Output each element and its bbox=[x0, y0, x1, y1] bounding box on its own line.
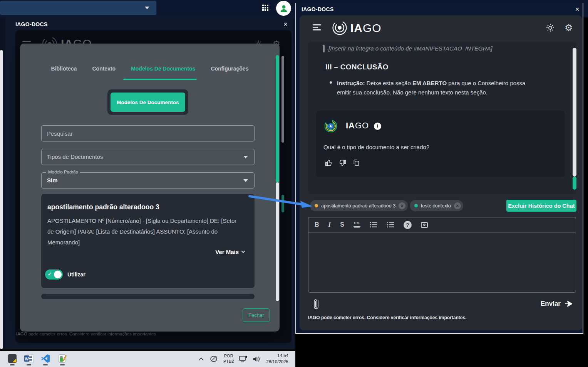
toggle-knob bbox=[54, 271, 62, 278]
documents-modal: Biblioteca Contexto Modelos De Documento… bbox=[20, 44, 280, 332]
theme-sun-icon[interactable] bbox=[546, 24, 554, 32]
attachment-paperclip-icon[interactable] bbox=[312, 298, 320, 311]
message-actions bbox=[325, 159, 360, 167]
template-card-title: apostilamento padrão alteradooo 3 bbox=[47, 203, 159, 211]
modal-scrollbar-thumb[interactable] bbox=[276, 55, 279, 182]
primary-button-frame: Modelos De Documentos bbox=[107, 89, 188, 115]
blockquote-bar bbox=[323, 45, 325, 52]
svg-text:W: W bbox=[25, 357, 29, 361]
system-tray: POR PTB2 14:54 28/10/2025 bbox=[198, 351, 295, 367]
taskbar-editor-icon[interactable] bbox=[58, 354, 67, 363]
apps-grid-icon[interactable] bbox=[262, 5, 269, 11]
tab-contexto[interactable]: Contexto bbox=[92, 66, 116, 72]
settings-gear-icon[interactable]: ⚙ bbox=[565, 23, 573, 32]
utilizar-label: Utilizar bbox=[67, 271, 85, 278]
blockquote-text: [Inserir na íntegra o conteúdo de #MANIF… bbox=[328, 45, 567, 52]
modal-tabs: Biblioteca Contexto Modelos De Documento… bbox=[20, 66, 280, 72]
message-text: Qual é o tipo de documento a ser criado? bbox=[323, 144, 429, 150]
italic-icon[interactable]: I bbox=[328, 221, 331, 229]
bullet-dot bbox=[330, 81, 332, 84]
template-card: apostilamento padrão alteradooo 3 APOSTI… bbox=[41, 194, 255, 288]
user-avatar[interactable] bbox=[276, 1, 291, 16]
modelos-de-documentos-button[interactable]: Modelos De Documentos bbox=[111, 93, 185, 112]
tray-muted-icon[interactable] bbox=[209, 355, 218, 363]
screen: IAGO-DOCS × IAGO ⚙ IAGO pode cometer err… bbox=[0, 0, 588, 367]
right-disclaimer: IAGO pode cometer erros. Considere verif… bbox=[308, 315, 466, 320]
message-sender: IAGO bbox=[346, 121, 369, 131]
chevron-down-icon bbox=[241, 249, 245, 253]
bold-icon[interactable]: B bbox=[315, 221, 319, 228]
search-input[interactable] bbox=[42, 126, 254, 141]
iago-logo-icon bbox=[331, 19, 348, 36]
tray-clock[interactable]: 14:54 28/10/2025 bbox=[266, 353, 288, 365]
left-window-title: IAGO-DOCS bbox=[15, 21, 48, 27]
page-scrollbar[interactable] bbox=[0, 50, 3, 349]
chevron-down-icon bbox=[243, 179, 248, 182]
brand-wordmark: IAGO bbox=[350, 22, 382, 35]
send-button[interactable]: Enviar bbox=[514, 300, 572, 308]
editor-toolbar: B I S TITL ? bbox=[308, 217, 576, 232]
default-model-label: Modelo Padrão bbox=[46, 170, 80, 174]
chat-scrollbar-thumb[interactable] bbox=[573, 48, 576, 177]
default-model-value: Sim bbox=[42, 173, 254, 188]
taskbar: W POR PTB2 bbox=[0, 351, 295, 367]
bullet-list-icon[interactable] bbox=[370, 222, 377, 228]
chevron-down-icon bbox=[243, 156, 248, 158]
title-format-icon[interactable]: TITL bbox=[353, 222, 360, 228]
right-window-close-icon[interactable]: × bbox=[575, 6, 580, 13]
info-icon[interactable]: i bbox=[374, 123, 381, 130]
fechar-button[interactable]: Fechar bbox=[243, 308, 270, 322]
next-card-sliver bbox=[41, 294, 255, 299]
chip-dot bbox=[414, 204, 418, 207]
tab-modelos-de-documentos[interactable]: Modelos De Documentos bbox=[131, 66, 195, 72]
dim-scrollbar-thumb[interactable] bbox=[281, 195, 284, 212]
send-arrow-icon bbox=[565, 301, 572, 307]
media-icon[interactable] bbox=[421, 222, 428, 228]
copy-icon[interactable] bbox=[352, 159, 360, 167]
modal-scrollbar-track[interactable] bbox=[276, 182, 279, 301]
chevron-down-icon bbox=[145, 7, 149, 9]
chip-template[interactable]: apostilamento padrão alteradooo 3 × bbox=[310, 200, 408, 211]
template-card-body: APOSTILAMENTO Nº [Número/ano] - [Sigla o… bbox=[47, 215, 242, 247]
person-icon bbox=[279, 4, 288, 13]
message-editor: B I S TITL ? bbox=[308, 217, 576, 293]
left-window-close-icon[interactable]: × bbox=[283, 21, 288, 28]
left-disclaimer: IAGO pode cometer erros. Considere verif… bbox=[16, 332, 286, 336]
doc-types-label: Tipos de Documentos bbox=[42, 149, 254, 165]
taskbar-vscode-icon[interactable] bbox=[41, 354, 50, 363]
tray-volume-icon[interactable] bbox=[253, 356, 261, 362]
iago-avatar bbox=[323, 119, 338, 133]
right-window-title: IAGO-DOCS bbox=[302, 6, 334, 12]
utilizar-toggle[interactable]: ✓ bbox=[45, 269, 63, 279]
dim-scrollbar[interactable] bbox=[281, 56, 284, 143]
strikethrough-icon[interactable]: S bbox=[340, 221, 344, 228]
chip-contexto[interactable]: teste contexto × bbox=[410, 200, 463, 211]
tab-biblioteca[interactable]: Biblioteca bbox=[51, 66, 77, 72]
help-icon[interactable]: ? bbox=[404, 221, 412, 229]
tray-network-icon[interactable] bbox=[239, 355, 248, 362]
taskbar-app1-icon[interactable] bbox=[8, 354, 17, 363]
instruction-text: Instrução: Deixe esta seção EM ABERTO pa… bbox=[337, 79, 531, 98]
utilizar-toggle-row: ✓ Utilizar bbox=[45, 269, 85, 279]
chip-dot bbox=[315, 204, 318, 207]
check-icon: ✓ bbox=[48, 271, 52, 277]
tray-chevron-up-icon[interactable] bbox=[198, 357, 204, 361]
active-tab-underline bbox=[123, 79, 197, 80]
thumbs-up-icon[interactable] bbox=[325, 159, 333, 167]
thumbs-down-icon[interactable] bbox=[338, 159, 347, 167]
numbered-list-icon[interactable] bbox=[387, 222, 394, 228]
chip-close-icon[interactable]: × bbox=[399, 202, 405, 209]
doc-types-select[interactable]: Tipos de Documentos bbox=[41, 149, 255, 165]
chip-close-icon[interactable]: × bbox=[454, 202, 461, 209]
tray-language[interactable]: POR PTB2 bbox=[223, 354, 234, 364]
tab-configuracoes[interactable]: Configurações bbox=[211, 66, 248, 72]
top-dropdown[interactable] bbox=[0, 1, 156, 15]
default-model-select[interactable]: Modelo Padrão Sim bbox=[41, 172, 255, 189]
menu-icon[interactable] bbox=[313, 24, 321, 30]
taskbar-word-icon[interactable]: W bbox=[24, 354, 34, 363]
editor-input-area[interactable] bbox=[308, 233, 576, 293]
conclusion-heading: III – CONCLUSÃO bbox=[325, 63, 389, 71]
chat-scrollbar-track[interactable] bbox=[573, 177, 576, 190]
clear-chat-history-button[interactable]: Excluir Histórico do Chat bbox=[506, 200, 576, 212]
ver-mais-button[interactable]: Ver Mais bbox=[215, 249, 245, 255]
